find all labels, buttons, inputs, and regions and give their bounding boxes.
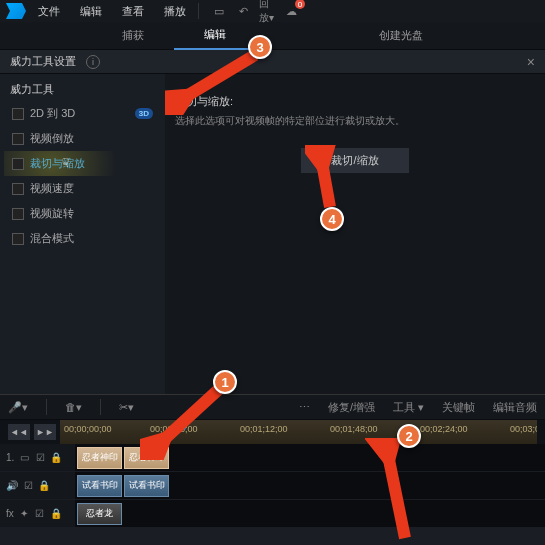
tab-capture[interactable]: 捕获 xyxy=(92,22,174,49)
tool-reverse[interactable]: 视频倒放 xyxy=(4,126,161,151)
tab-edit[interactable]: 编辑 xyxy=(174,21,256,50)
ruler-mark: 00;00;36;00 xyxy=(150,424,198,434)
tool-label: 混合模式 xyxy=(30,231,74,246)
cut-icon[interactable]: ✂▾ xyxy=(119,401,134,414)
separator xyxy=(46,399,47,415)
tool-label: 视频旋转 xyxy=(30,206,74,221)
tab-create-disc[interactable]: 创建光盘 xyxy=(349,22,453,49)
sidebar-title: 威力工具 xyxy=(4,78,161,101)
checkbox-icon[interactable] xyxy=(12,108,24,120)
panel-header: 威力工具设置 i × xyxy=(0,50,545,74)
audio-clip[interactable]: 试看书印 xyxy=(77,475,122,497)
lock-icon[interactable]: 🔒 xyxy=(50,452,62,464)
ruler-mark: 00;00;00;00 xyxy=(64,424,112,434)
prev-icon[interactable]: ◄◄ xyxy=(8,424,30,440)
tool-label: 视频倒放 xyxy=(30,131,74,146)
timeline-toolbar: 🎤▾ 🗑▾ ✂▾ ⋯ 修复/增强 工具 ▾ 关键帧 编辑音频 xyxy=(0,394,545,420)
track-header[interactable]: fx ✦ ☑ 🔒 xyxy=(0,500,75,527)
track-fx-label: fx xyxy=(6,508,14,519)
lock-icon[interactable]: 🔒 xyxy=(50,508,62,520)
fx-clip[interactable]: 忍者龙 xyxy=(77,503,122,525)
content-panel: 裁切与缩放: 选择此选项可对视频帧的特定部位进行裁切或放大。 裁切/缩放 xyxy=(165,74,545,394)
mode-tabs: 捕获 编辑 创建光盘 xyxy=(0,22,545,50)
undo-icon[interactable]: ↶ xyxy=(235,3,251,19)
ruler-mark: 00;01;48;00 xyxy=(330,424,378,434)
menu-view[interactable]: 查看 xyxy=(114,2,152,21)
window-icon[interactable]: ▭ xyxy=(211,3,227,19)
checkbox-icon[interactable] xyxy=(12,133,24,145)
video-track-icon: ▭ xyxy=(18,452,30,464)
fx-icon: ✦ xyxy=(18,508,30,520)
main-area: 威力工具 2D 到 3D 3D 视频倒放 裁切与缩放 ☟ 视频速度 视频旋转 混… xyxy=(0,74,545,394)
more-icon[interactable]: ⋯ xyxy=(299,401,310,414)
toolbar-keyframe[interactable]: 关键帧 xyxy=(442,400,475,415)
3d-badge: 3D xyxy=(135,108,153,119)
checkbox-icon[interactable]: ☑ xyxy=(34,452,46,464)
ruler-mark: 00;02;24;00 xyxy=(420,424,468,434)
track-header[interactable]: 1. ▭ ☑ 🔒 xyxy=(0,444,75,471)
app-logo-icon xyxy=(6,3,26,19)
lock-icon[interactable]: 🔒 xyxy=(38,480,50,492)
separator xyxy=(198,3,199,19)
panel-title: 威力工具设置 xyxy=(10,54,76,69)
timeline-ruler[interactable]: 00;00;00;00 00;00;36;00 00;01;12;00 00;0… xyxy=(60,420,537,444)
tool-crop-zoom[interactable]: 裁切与缩放 ☟ xyxy=(4,151,161,176)
separator xyxy=(100,399,101,415)
track-content[interactable]: 试看书印 试看书印 xyxy=(75,472,545,499)
ruler-mark: 00;01;12;00 xyxy=(240,424,288,434)
tool-blend[interactable]: 混合模式 xyxy=(4,226,161,251)
track-content[interactable]: 忍者龙 xyxy=(75,500,545,527)
trash-icon[interactable]: 🗑▾ xyxy=(65,401,82,414)
info-icon[interactable]: i xyxy=(86,55,100,69)
video-clip[interactable]: 忍者神印 xyxy=(77,447,122,469)
top-icon-group: ▭ ↶ 回放▾ ☁ xyxy=(211,3,299,19)
checkbox-icon[interactable] xyxy=(12,183,24,195)
tools-sidebar: 威力工具 2D 到 3D 3D 视频倒放 裁切与缩放 ☟ 视频速度 视频旋转 混… xyxy=(0,74,165,394)
next-icon[interactable]: ►► xyxy=(34,424,56,440)
track-content[interactable]: 忍者神印 忍者神印 xyxy=(75,444,545,471)
menu-play[interactable]: 播放 xyxy=(156,2,194,21)
timeline-tracks: 1. ▭ ☑ 🔒 忍者神印 忍者神印 🔊 ☑ 🔒 试看书印 试看书印 fx ✦ … xyxy=(0,444,545,528)
crop-zoom-button[interactable]: 裁切/缩放 xyxy=(301,148,408,173)
cursor-icon: ☟ xyxy=(62,156,76,170)
tool-speed[interactable]: 视频速度 xyxy=(4,176,161,201)
tool-label: 裁切与缩放 xyxy=(30,156,85,171)
transport-bar: ◄◄ ►► 00;00;00;00 00;00;36;00 00;01;12;0… xyxy=(0,420,545,444)
track-row: 🔊 ☑ 🔒 试看书印 试看书印 xyxy=(0,472,545,500)
menu-file[interactable]: 文件 xyxy=(30,2,68,21)
menu-edit[interactable]: 编辑 xyxy=(72,2,110,21)
track-row: 1. ▭ ☑ 🔒 忍者神印 忍者神印 xyxy=(0,444,545,472)
cloud-icon[interactable]: ☁ xyxy=(283,3,299,19)
track-number: 1. xyxy=(6,452,14,463)
dropdown-icon[interactable]: 回放▾ xyxy=(259,3,275,19)
audio-clip[interactable]: 试看书印 xyxy=(124,475,169,497)
ruler-mark: 00;03;00;00 xyxy=(510,424,537,434)
video-clip[interactable]: 忍者神印 xyxy=(124,447,169,469)
toolbar-fix[interactable]: 修复/增强 xyxy=(328,400,375,415)
checkbox-icon[interactable] xyxy=(12,158,24,170)
content-title: 裁切与缩放: xyxy=(175,94,535,109)
mic-icon[interactable]: 🎤▾ xyxy=(8,401,28,414)
tool-2d-3d[interactable]: 2D 到 3D 3D xyxy=(4,101,161,126)
checkbox-icon[interactable] xyxy=(12,233,24,245)
top-menu-bar: 文件 编辑 查看 播放 ▭ ↶ 回放▾ ☁ xyxy=(0,0,545,22)
content-description: 选择此选项可对视频帧的特定部位进行裁切或放大。 xyxy=(175,113,535,128)
toolbar-edit-audio[interactable]: 编辑音频 xyxy=(493,400,537,415)
audio-track-icon: 🔊 xyxy=(6,480,18,492)
checkbox-icon[interactable]: ☑ xyxy=(34,508,46,520)
checkbox-icon[interactable] xyxy=(12,208,24,220)
tool-label: 2D 到 3D xyxy=(30,106,75,121)
checkbox-icon[interactable]: ☑ xyxy=(22,480,34,492)
track-row: fx ✦ ☑ 🔒 忍者龙 xyxy=(0,500,545,528)
tool-rotate[interactable]: 视频旋转 xyxy=(4,201,161,226)
close-icon[interactable]: × xyxy=(527,54,535,70)
track-header[interactable]: 🔊 ☑ 🔒 xyxy=(0,472,75,499)
toolbar-tools[interactable]: 工具 ▾ xyxy=(393,400,424,415)
tool-label: 视频速度 xyxy=(30,181,74,196)
